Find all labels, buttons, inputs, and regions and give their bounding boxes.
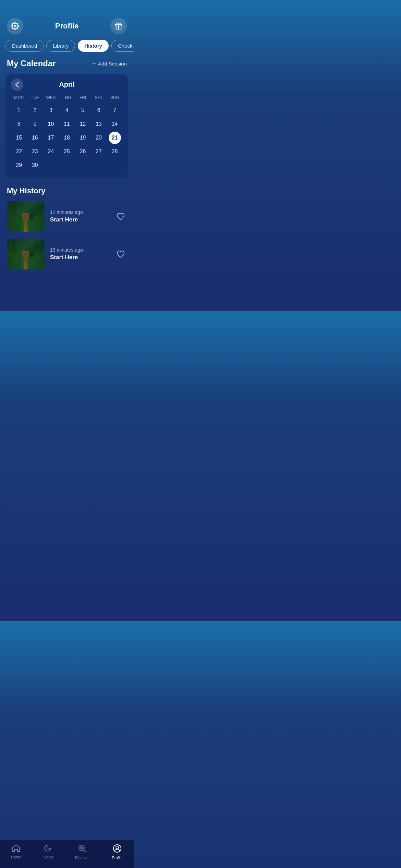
calendar-day-2[interactable]: 2 bbox=[29, 104, 41, 117]
calendar-day-16[interactable]: 16 bbox=[29, 132, 41, 144]
history-thumb-2 bbox=[7, 239, 45, 269]
calendar-day-22[interactable]: 22 bbox=[13, 145, 25, 158]
calendar-day-20[interactable]: 20 bbox=[93, 132, 105, 144]
calendar-day-5[interactable]: 5 bbox=[77, 104, 89, 117]
history-item-2[interactable]: 13 minutes ago Start Here bbox=[7, 239, 127, 269]
weekday-tue: TUE bbox=[27, 94, 43, 101]
plus-icon: + bbox=[92, 60, 96, 67]
calendar-day-11[interactable]: 11 bbox=[61, 118, 73, 130]
calendar-day-23[interactable]: 23 bbox=[29, 145, 41, 158]
calendar-day-25[interactable]: 25 bbox=[61, 145, 73, 158]
history-info-1: 11 minutes ago Start Here bbox=[50, 209, 109, 223]
calendar-day-24[interactable]: 24 bbox=[45, 145, 57, 158]
history-section: My History 11 minutes ago Start Here bbox=[0, 186, 134, 269]
tab-history[interactable]: History bbox=[78, 40, 109, 52]
calendar-day-9[interactable]: 9 bbox=[29, 118, 41, 130]
add-session-label: Add Session bbox=[98, 61, 127, 67]
weekday-wed: WED bbox=[43, 94, 59, 101]
status-bar bbox=[0, 0, 134, 15]
tab-library[interactable]: Library bbox=[46, 40, 75, 52]
calendar-day-3[interactable]: 3 bbox=[45, 104, 57, 117]
add-session-button[interactable]: + Add Session bbox=[92, 60, 127, 67]
weekday-fri: FRI bbox=[75, 94, 91, 101]
header: Profile bbox=[0, 15, 134, 40]
calendar-day-6[interactable]: 6 bbox=[93, 104, 105, 117]
gift-button[interactable] bbox=[110, 18, 127, 34]
page-title: Profile bbox=[55, 22, 78, 31]
calendar-nav: April bbox=[11, 81, 123, 88]
calendar-day-18[interactable]: 18 bbox=[61, 132, 73, 144]
calendar-day-13[interactable]: 13 bbox=[93, 118, 105, 130]
calendar-day-17[interactable]: 17 bbox=[45, 132, 57, 144]
calendar-day-26[interactable]: 26 bbox=[77, 145, 89, 158]
calendar-title: My Calendar bbox=[7, 59, 56, 68]
calendar-day-27[interactable]: 27 bbox=[93, 145, 105, 158]
history-info-2: 13 minutes ago Start Here bbox=[50, 247, 109, 261]
calendar-day-12[interactable]: 12 bbox=[77, 118, 89, 130]
weekday-sun: SUN bbox=[107, 94, 123, 101]
svg-point-0 bbox=[14, 25, 16, 27]
settings-button[interactable] bbox=[7, 18, 23, 34]
calendar-day-4[interactable]: 4 bbox=[61, 104, 73, 117]
heart-button-1[interactable] bbox=[114, 210, 127, 222]
calendar-day-1[interactable]: 1 bbox=[13, 104, 25, 117]
history-time-2: 13 minutes ago bbox=[50, 247, 109, 253]
tab-checkins[interactable]: Check-Ins bbox=[111, 40, 134, 52]
calendar-day-28[interactable]: 28 bbox=[109, 145, 121, 158]
history-name-1: Start Here bbox=[50, 216, 109, 223]
heart-button-2[interactable] bbox=[114, 248, 127, 260]
history-image-1 bbox=[7, 201, 45, 232]
calendar-section-header: My Calendar + Add Session bbox=[0, 59, 134, 74]
history-image-2 bbox=[7, 239, 45, 269]
calendar-day-7[interactable]: 7 bbox=[109, 104, 121, 117]
calendar-day-29[interactable]: 29 bbox=[13, 159, 25, 171]
calendar-day-21[interactable]: 21 bbox=[109, 132, 121, 144]
weekday-thu: THU bbox=[59, 94, 75, 101]
weekday-mon: MON bbox=[11, 94, 27, 101]
history-item-1[interactable]: 11 minutes ago Start Here bbox=[7, 201, 127, 232]
calendar-days: 1234567891011121314151617181920212223242… bbox=[11, 104, 123, 171]
calendar-weekdays: MON TUE WED THU FRI SAT SUN bbox=[11, 94, 123, 101]
calendar-prev-button[interactable] bbox=[11, 79, 23, 91]
calendar-day-30[interactable]: 30 bbox=[29, 159, 41, 171]
history-title: My History bbox=[7, 186, 127, 195]
calendar-day-15[interactable]: 15 bbox=[13, 132, 25, 144]
calendar-day-19[interactable]: 19 bbox=[77, 132, 89, 144]
history-thumb-1 bbox=[7, 201, 45, 232]
history-time-1: 11 minutes ago bbox=[50, 209, 109, 215]
weekday-sat: SAT bbox=[91, 94, 107, 101]
calendar-day-14[interactable]: 14 bbox=[109, 118, 121, 130]
tabs-container: Dashboard Library History Check-Ins bbox=[0, 40, 134, 59]
calendar-day-8[interactable]: 8 bbox=[13, 118, 25, 130]
calendar-day-10[interactable]: 10 bbox=[45, 118, 57, 130]
tab-dashboard[interactable]: Dashboard bbox=[5, 40, 44, 52]
history-name-2: Start Here bbox=[50, 254, 109, 261]
calendar-card: April MON TUE WED THU FRI SAT SUN 123456… bbox=[5, 74, 128, 178]
calendar-month: April bbox=[59, 81, 75, 88]
